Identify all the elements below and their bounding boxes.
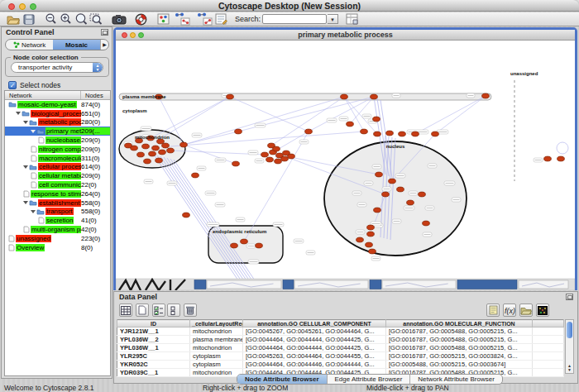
tab-overflow-icon[interactable]: ▶ [100, 40, 108, 50]
network-node[interactable] [376, 172, 383, 177]
table-row[interactable]: YKR052Ccytoplasm[GO:0044464, GO:0044446,… [117, 361, 564, 369]
table-row[interactable]: YPL036W__1mitochondrion[GO:0044464, GO:0… [117, 344, 564, 352]
table-cell[interactable] [533, 336, 564, 344]
table-cell[interactable] [533, 352, 564, 361]
table-cell[interactable] [533, 327, 564, 336]
table-cell[interactable]: YJR121W__1 [117, 327, 190, 336]
table-cell[interactable]: YDR039C__1 [117, 369, 190, 377]
network-node[interactable] [374, 208, 381, 213]
tree-row-unassigned[interactable]: unassigned223(0) [5, 234, 110, 243]
table-cell[interactable]: mitochondrion [190, 344, 243, 352]
zoom-selected-icon[interactable] [89, 12, 103, 26]
table-row[interactable]: YJR121W__1mitochondrion[GO:0045267, GO:0… [117, 327, 564, 336]
expander-icon[interactable] [23, 201, 28, 204]
tree-row-nitrogen-compo[interactable]: nitrogen compo209(0) [5, 145, 110, 154]
network-node[interactable] [275, 159, 282, 164]
network-node[interactable] [305, 129, 313, 134]
search-input[interactable] [262, 14, 327, 24]
expander-icon[interactable] [23, 121, 28, 124]
tree-row-multi-organism-pro[interactable]: multi-organism pro42(0) [5, 225, 110, 234]
select-nodes-checkbox[interactable]: ✓ [8, 81, 17, 89]
save-icon[interactable] [23, 12, 35, 26]
table-cell[interactable]: YPL036W__1 [117, 344, 190, 352]
network-node[interactable] [386, 131, 394, 136]
network-node[interactable] [149, 151, 156, 156]
table-cell[interactable]: plasma membrane [190, 336, 243, 344]
tab-network-attribute-browser[interactable]: Network Attribute Browser [410, 375, 501, 384]
network-node[interactable] [266, 157, 274, 162]
snapshot-camera-icon[interactable] [112, 12, 127, 26]
table-cell[interactable]: YPL036W__2 [117, 336, 190, 344]
tree-row-mosaic-demo-yeast[interactable]: mosaic-demo-yeast874(0) [5, 100, 110, 109]
table-cell[interactable]: cytoplasm [190, 361, 243, 369]
network-node[interactable] [407, 200, 414, 205]
network-node[interactable] [152, 146, 160, 151]
network-node[interactable] [382, 192, 390, 197]
table-cell[interactable]: [GO:0045263, GO:0044464, GO:0044455, G..… [243, 352, 386, 361]
attribute-matrix-icon[interactable] [536, 304, 549, 317]
table-cell[interactable]: YKR052C [117, 361, 190, 369]
compartment-nucleus[interactable] [324, 141, 467, 256]
lifebuoy-icon[interactable] [135, 12, 147, 26]
expander-icon[interactable] [31, 210, 36, 213]
table-row[interactable]: YPL036W__2plasma membrane[GO:0044464, GO… [117, 336, 564, 344]
network-node[interactable] [180, 142, 188, 147]
network-node[interactable] [162, 143, 170, 148]
network-view-window[interactable]: primary metabolic process plasma membran… [113, 27, 577, 290]
network-merge-b-icon[interactable] [196, 12, 213, 26]
network-node[interactable] [231, 243, 238, 248]
network-node[interactable] [557, 156, 565, 161]
table-cell[interactable] [533, 344, 564, 352]
network-node[interactable] [544, 156, 552, 161]
compartment-plasma-membrane[interactable] [119, 93, 491, 100]
expander-icon[interactable] [23, 165, 28, 169]
network-node[interactable] [273, 146, 280, 151]
network-node[interactable] [356, 237, 364, 242]
table-cell[interactable]: [GO:0045267, GO:0045261, GO:0044464, G..… [243, 327, 386, 336]
tab-mosaic[interactable]: Mosaic [53, 40, 100, 50]
import-attributes-icon[interactable] [519, 304, 533, 317]
tree-row-transport[interactable]: transport558(0) [5, 208, 110, 217]
layout-palette-icon[interactable] [157, 12, 170, 26]
select-nodes-option[interactable]: ✓ Select nodes [8, 80, 60, 89]
column-header[interactable]: annotation.GO MOLECULAR_FUNCTION [386, 320, 533, 327]
column-header[interactable] [533, 320, 564, 327]
table-cell[interactable]: [GO:0016787, GO:0005488, GO:0005215, G..… [386, 327, 533, 336]
tab-node-attribute-browser[interactable]: Node Attribute Browser [237, 375, 328, 384]
network-node[interactable] [256, 243, 263, 248]
scrollbar-arrows-icon[interactable]: ▲▼ [566, 364, 573, 372]
tree-row-response-to-stimulu[interactable]: response to stimulu264(0) [5, 189, 110, 198]
network-node[interactable] [412, 131, 419, 136]
network-node[interactable] [288, 154, 295, 159]
network-node[interactable] [241, 239, 248, 244]
network-node[interactable] [137, 152, 145, 157]
table-row[interactable]: YLR295Ccytoplasm[GO:0045263, GO:0044464,… [117, 352, 564, 361]
network-node[interactable] [156, 158, 163, 163]
select-attributes-icon[interactable] [152, 304, 165, 317]
network-node[interactable] [227, 94, 234, 99]
network-canvas[interactable]: plasma membranecytoplasmmitochondrionnuc… [116, 41, 575, 290]
network-node[interactable] [432, 131, 439, 136]
delete-attribute-icon[interactable] [184, 304, 197, 317]
table-cell[interactable] [533, 361, 564, 369]
table-cell[interactable]: YLR295C [117, 352, 190, 361]
table-cell[interactable]: cytoplasm [190, 352, 243, 361]
network-node[interactable] [367, 225, 375, 230]
table-cell[interactable]: [GO:0016787, GO:0005488, GO:0005215, G..… [386, 336, 533, 344]
network-node[interactable] [397, 187, 404, 192]
tab-network[interactable]: Network [6, 40, 53, 50]
table-cell[interactable]: [GO:0016787, GO:0005215, GO:0003824, G..… [386, 352, 533, 361]
attribute-grid-icon[interactable] [119, 304, 132, 317]
table-cell[interactable]: [GO:0044464, GO:0044444, GO:0044425, G..… [243, 336, 386, 344]
zoom-fit-icon[interactable] [74, 12, 88, 26]
zoom-out-icon[interactable] [45, 12, 57, 26]
table-cell[interactable]: [GO:0005488, GO:0005215, GO:0003674] [386, 361, 533, 369]
network-node[interactable] [341, 94, 348, 99]
tree-row-nucleobase-[interactable]: nucleobase-209(0) [5, 136, 110, 145]
open-folder-icon[interactable] [7, 12, 20, 26]
table-cell[interactable]: [GO:0044464, GO:0044444, GO:0044425, G..… [243, 344, 386, 352]
column-header[interactable]: _cellularLayoutRegion [190, 320, 243, 327]
tree-row-establishment-of-lo[interactable]: establishment of lo558(0) [5, 198, 110, 208]
network-node[interactable] [369, 249, 376, 254]
zoom-in-icon[interactable] [60, 12, 72, 26]
